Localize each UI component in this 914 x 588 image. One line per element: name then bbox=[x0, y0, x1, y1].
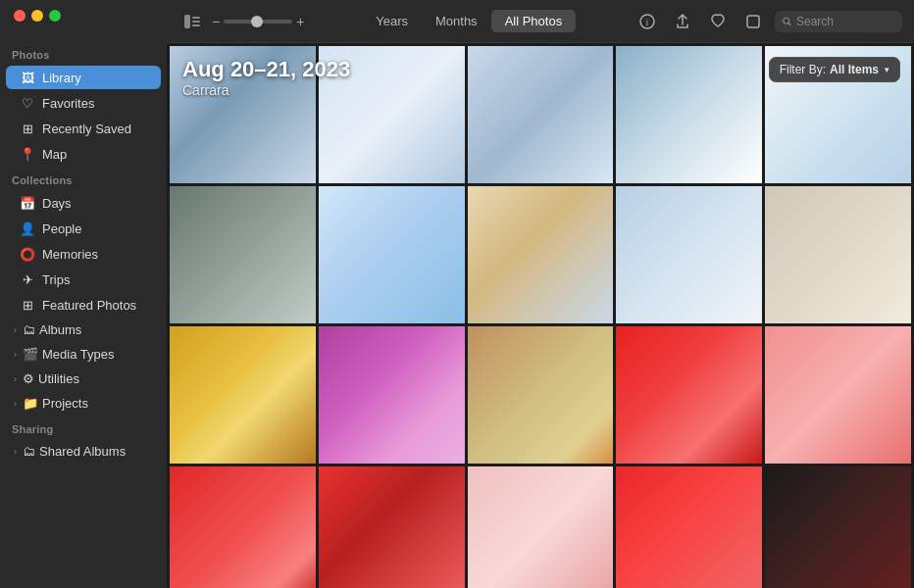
sidebar-item-label: Memories bbox=[42, 247, 98, 262]
chevron-right-icon: › bbox=[14, 350, 17, 360]
photo-cell[interactable] bbox=[765, 466, 911, 588]
sidebar-item-label: Map bbox=[42, 147, 67, 162]
sidebar-item-label: Days bbox=[42, 196, 72, 211]
photo-cell[interactable] bbox=[319, 46, 465, 183]
left-column: Photos 🖼 Library ♡ Favorites ⊞ Recently … bbox=[0, 0, 167, 588]
photo-cell[interactable] bbox=[765, 186, 911, 323]
sidebar-item-people[interactable]: 👤 People bbox=[6, 217, 161, 240]
days-icon: 📅 bbox=[20, 195, 35, 211]
search-box[interactable] bbox=[775, 11, 902, 32]
sidebar: Photos 🖼 Library ♡ Favorites ⊞ Recently … bbox=[0, 31, 167, 588]
photo-cell[interactable] bbox=[616, 186, 762, 323]
sidebar-item-library[interactable]: 🖼 Library bbox=[6, 66, 161, 89]
sidebar-item-label: Favorites bbox=[42, 96, 94, 111]
rotate-icon bbox=[745, 14, 761, 29]
sidebar-toggle-button[interactable] bbox=[178, 8, 206, 35]
info-button[interactable]: i bbox=[634, 8, 661, 35]
minimize-button[interactable] bbox=[31, 10, 43, 22]
photo-cell[interactable] bbox=[170, 326, 316, 464]
photo-cell[interactable] bbox=[616, 46, 762, 183]
share-button[interactable] bbox=[669, 8, 696, 35]
view-all-photos-button[interactable]: All Photos bbox=[491, 10, 577, 32]
svg-text:i: i bbox=[646, 17, 649, 27]
sidebar-item-label: People bbox=[42, 221, 81, 236]
zoom-control: − + bbox=[212, 14, 304, 29]
svg-rect-2 bbox=[192, 21, 200, 23]
sidebar-item-featured-photos[interactable]: ⊞ Featured Photos bbox=[6, 293, 161, 317]
sidebar-item-map[interactable]: 📍 Map bbox=[6, 142, 161, 166]
photo-cell[interactable] bbox=[765, 326, 911, 464]
sidebar-item-label: Trips bbox=[42, 272, 70, 287]
view-years-button[interactable]: Years bbox=[362, 10, 422, 32]
photo-cell[interactable] bbox=[170, 46, 316, 183]
photo-cell[interactable] bbox=[319, 466, 465, 588]
sidebar-item-trips[interactable]: ✈ Trips bbox=[6, 268, 161, 291]
filter-value: All Items bbox=[830, 63, 879, 76]
people-icon: 👤 bbox=[20, 220, 35, 236]
zoom-plus-icon[interactable]: + bbox=[296, 14, 304, 29]
sidebar-item-label: Recently Saved bbox=[42, 122, 131, 136]
sidebar-item-label: Albums bbox=[39, 322, 81, 337]
sidebar-item-label: Featured Photos bbox=[42, 298, 136, 313]
memories-icon: ⭕ bbox=[20, 246, 35, 262]
svg-line-8 bbox=[788, 23, 790, 24]
favorites-icon: ♡ bbox=[20, 95, 35, 111]
sidebar-item-recently-saved[interactable]: ⊞ Recently Saved bbox=[6, 117, 161, 140]
sidebar-item-utilities[interactable]: › ⚙ Utilities bbox=[6, 368, 161, 390]
sidebar-item-label: Projects bbox=[42, 396, 88, 411]
sidebar-item-favorites[interactable]: ♡ Favorites bbox=[6, 91, 161, 115]
share-icon bbox=[675, 14, 690, 29]
filter-label: Filter By: bbox=[780, 63, 826, 76]
photo-cell[interactable] bbox=[468, 466, 614, 588]
photo-cell[interactable] bbox=[319, 186, 465, 323]
chevron-right-icon: › bbox=[14, 374, 17, 384]
sidebar-toggle-icon bbox=[184, 15, 200, 28]
trips-icon: ✈ bbox=[20, 271, 35, 287]
photo-cell[interactable] bbox=[616, 466, 762, 588]
zoom-minus-icon[interactable]: − bbox=[212, 14, 220, 29]
zoom-slider-thumb[interactable] bbox=[251, 16, 263, 27]
projects-icon: 📁 bbox=[23, 396, 38, 411]
photo-cell[interactable] bbox=[170, 186, 316, 323]
filter-chevron-icon: ▾ bbox=[885, 65, 889, 74]
traffic-lights bbox=[0, 0, 75, 31]
toolbar: − + Years Months All Photos i bbox=[167, 0, 914, 43]
sidebar-item-days[interactable]: 📅 Days bbox=[6, 191, 161, 215]
sidebar-item-shared-albums[interactable]: › 🗂 Shared Albums bbox=[6, 440, 161, 463]
photo-cell[interactable] bbox=[468, 46, 614, 183]
view-months-button[interactable]: Months bbox=[422, 10, 491, 32]
photo-cell[interactable] bbox=[468, 326, 614, 464]
sidebar-item-projects[interactable]: › 📁 Projects bbox=[6, 392, 161, 415]
photo-cell[interactable] bbox=[468, 186, 614, 323]
recently-saved-icon: ⊞ bbox=[20, 121, 35, 136]
chevron-right-icon: › bbox=[14, 447, 17, 457]
svg-rect-1 bbox=[192, 17, 200, 19]
photo-cell[interactable] bbox=[319, 326, 465, 464]
photo-cell[interactable] bbox=[616, 326, 762, 464]
svg-point-7 bbox=[784, 18, 789, 24]
rotate-button[interactable] bbox=[739, 8, 767, 35]
toolbar-left: − + bbox=[178, 8, 304, 35]
svg-rect-6 bbox=[747, 16, 759, 27]
shared-albums-icon: 🗂 bbox=[23, 444, 35, 459]
close-button[interactable] bbox=[14, 10, 25, 22]
maximize-button[interactable] bbox=[49, 10, 61, 22]
sidebar-item-label: Utilities bbox=[38, 371, 79, 386]
sidebar-section-collections: Collections bbox=[0, 167, 167, 190]
sidebar-item-label: Library bbox=[42, 71, 81, 85]
filter-button[interactable]: Filter By: All Items ▾ bbox=[769, 57, 900, 82]
search-input[interactable] bbox=[796, 15, 894, 28]
favorite-button[interactable] bbox=[704, 8, 732, 35]
toolbar-center: Years Months All Photos bbox=[312, 10, 626, 32]
sidebar-item-media-types[interactable]: › 🎬 Media Types bbox=[6, 343, 161, 366]
sidebar-item-memories[interactable]: ⭕ Memories bbox=[6, 242, 161, 266]
photo-cell[interactable] bbox=[170, 466, 316, 588]
chevron-right-icon: › bbox=[14, 399, 17, 409]
sidebar-item-albums[interactable]: › 🗂 Albums bbox=[6, 318, 161, 341]
photo-area: Aug 20–21, 2023 Carrara Filter By: All I… bbox=[167, 43, 914, 588]
photo-grid bbox=[167, 43, 914, 588]
heart-icon bbox=[710, 14, 726, 29]
sidebar-item-label: Media Types bbox=[42, 347, 114, 362]
chevron-right-icon: › bbox=[14, 325, 17, 335]
zoom-slider-track[interactable] bbox=[224, 20, 292, 24]
